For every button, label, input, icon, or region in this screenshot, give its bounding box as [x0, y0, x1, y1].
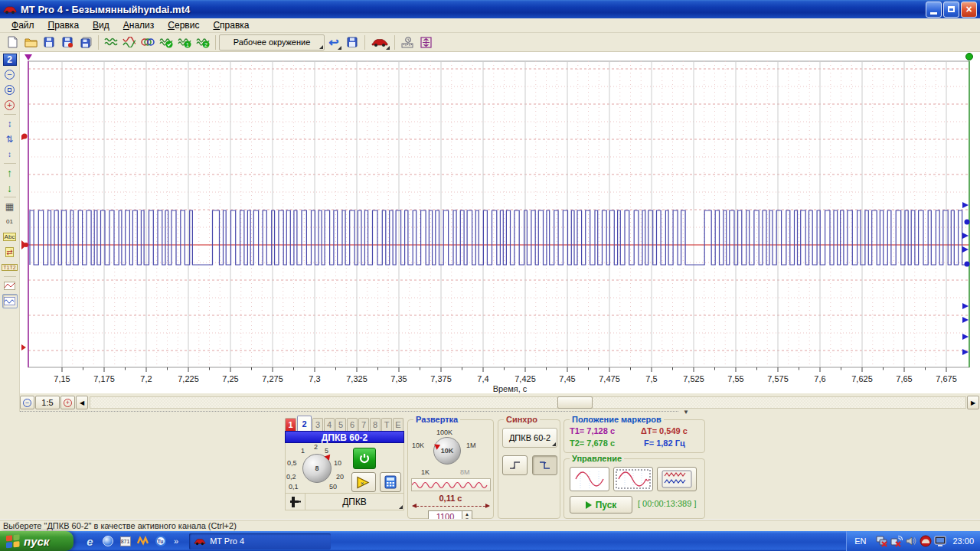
oscilloscope-plot[interactable]: 7,157,1757,27,2257,257,2757,37,3257,357,…	[20, 52, 980, 393]
save-screen-button[interactable]	[343, 34, 361, 51]
channel-tab-4[interactable]: 4	[324, 418, 335, 431]
swap-vertical-button[interactable]: ⇅	[2, 132, 18, 146]
open-file-button[interactable]	[21, 34, 40, 51]
wave-2-button[interactable]: 2	[194, 34, 212, 51]
single-capture-button[interactable]	[570, 467, 609, 491]
fit-vertical-button[interactable]	[416, 34, 435, 51]
hzoom-in-button[interactable]: +	[60, 396, 75, 409]
new-file-button[interactable]	[3, 34, 21, 51]
workspace-combo[interactable]: Рабочее окружение	[219, 34, 325, 51]
task-button-mtpro[interactable]: MT Pro 4	[189, 533, 331, 549]
svg-text:7,55: 7,55	[727, 374, 743, 383]
menu-item-1[interactable]: Правка	[41, 18, 87, 32]
save-as-button[interactable]	[58, 34, 77, 51]
scroll-left-button[interactable]: ◀	[76, 396, 88, 409]
binary-view-button[interactable]: 01	[2, 214, 18, 229]
channel-tab-8[interactable]: 8	[370, 418, 381, 431]
channel-tab-1[interactable]: 1	[285, 418, 296, 431]
show-all-signals-button[interactable]	[102, 34, 120, 51]
quicklaunch-ie-icon[interactable]: e	[83, 534, 97, 549]
wireless-offline-icon[interactable]	[890, 535, 903, 547]
hzoom-out-button[interactable]: −	[20, 396, 34, 409]
undo-button[interactable]: ↩	[325, 34, 343, 51]
expand-vertical-button[interactable]: ↕	[2, 116, 18, 131]
sweep-knob[interactable]: 10K	[433, 437, 461, 465]
channel-tab-T[interactable]: T	[381, 418, 392, 431]
restore-button[interactable]	[943, 2, 959, 18]
channel-power-button[interactable]	[353, 448, 376, 469]
channel-tab-6[interactable]: 6	[347, 418, 358, 431]
wave-1-button[interactable]: 1	[175, 34, 194, 51]
display-icon[interactable]	[934, 535, 946, 547]
left-tool-strip: 2 − + ↕ ⇅ ↕ ↑ ↓ ▦ 01 Abc ⇄ T1T2	[0, 52, 20, 412]
overlay-signals-button[interactable]	[120, 34, 139, 51]
t1t2-button[interactable]: T1T2	[2, 260, 18, 275]
marker-adjust-button[interactable]: ⇄	[2, 245, 18, 259]
sync-rising-edge-button[interactable]	[502, 455, 528, 475]
continuous-capture-button[interactable]	[613, 467, 653, 491]
language-indicator[interactable]: EN	[854, 536, 866, 546]
labels-button[interactable]: Abc	[2, 230, 18, 244]
minimize-icon	[930, 12, 937, 15]
measure-button[interactable]	[398, 34, 416, 51]
channel-tab-E[interactable]: E	[393, 418, 403, 431]
knob-scale-label: 8M	[460, 468, 470, 476]
scroll-thumb[interactable]	[557, 396, 593, 409]
channel-tab-5[interactable]: 5	[335, 418, 346, 431]
save-all-button[interactable]	[77, 34, 95, 51]
scroll-right-button[interactable]: ▶	[967, 396, 979, 409]
quicklaunch-calendar-icon[interactable]: 871	[118, 534, 132, 549]
splitter-collapse-icon[interactable]: ▼	[683, 409, 689, 416]
separator	[4, 276, 16, 277]
mtpro-tray-icon[interactable]	[920, 535, 932, 547]
zoom-out-button[interactable]: −	[2, 67, 18, 82]
system-tray: EN 23:00	[846, 531, 980, 551]
single-sine-icon	[574, 470, 605, 488]
channel-run-button[interactable]: ×	[351, 472, 376, 492]
t1t2-icon: T1T2	[2, 264, 17, 271]
volume-icon[interactable]	[905, 535, 917, 547]
zoom-in-button[interactable]: +	[2, 98, 18, 112]
sync-source-combo[interactable]: ДПКВ 60-2	[502, 428, 557, 448]
channel-tab-2[interactable]: 2	[297, 416, 312, 431]
quicklaunch-messenger-icon[interactable]	[100, 534, 115, 549]
knob-scale-label: 50	[329, 483, 337, 491]
arrow-up-icon: ↑	[7, 167, 12, 179]
menu-item-4[interactable]: Сервис	[161, 18, 206, 32]
sync-falling-edge-button[interactable]	[532, 455, 557, 475]
quicklaunch-tu-icon[interactable]: Tu	[153, 534, 168, 549]
vehicle-database-button[interactable]	[368, 34, 391, 51]
knob-scale-label: 0,2	[286, 473, 296, 481]
menu-item-5[interactable]: Справка	[206, 18, 256, 32]
save-screen-icon	[347, 37, 358, 47]
scroll-track[interactable]	[90, 396, 966, 409]
menu-item-3[interactable]: Анализ	[116, 18, 162, 32]
grid-button[interactable]: ▦	[2, 199, 18, 214]
linked-view-button[interactable]	[139, 34, 157, 51]
move-down-button[interactable]: ↓	[2, 181, 18, 195]
svg-text:7,675: 7,675	[936, 374, 957, 383]
channel-tab-7[interactable]: 7	[358, 418, 369, 431]
menu-item-0[interactable]: Файл	[5, 18, 41, 32]
svg-text:1: 1	[186, 42, 189, 47]
move-up-button[interactable]: ↑	[2, 165, 18, 180]
minimize-button[interactable]	[926, 2, 942, 18]
channel-calc-button[interactable]	[380, 472, 401, 492]
close-button[interactable]: ×	[961, 2, 977, 18]
calculator-icon	[384, 475, 397, 489]
network-offline-icon[interactable]	[876, 535, 888, 547]
recorder-mode-button[interactable]	[657, 467, 697, 491]
start-menu-button[interactable]: пуск	[0, 531, 74, 551]
analog-view-button[interactable]	[2, 279, 18, 293]
zoom-window-button[interactable]	[2, 83, 18, 97]
digital-view-button[interactable]	[2, 294, 18, 308]
menu-item-2[interactable]: Вид	[86, 18, 116, 32]
quicklaunch-overflow-chevron[interactable]: »	[174, 536, 178, 546]
quicklaunch-mtpro-icon[interactable]	[136, 534, 150, 549]
compress-vertical-button[interactable]: ↕	[2, 147, 18, 161]
wave-check-button[interactable]	[157, 34, 175, 51]
save-button[interactable]	[40, 34, 58, 51]
start-button[interactable]: Пуск	[570, 496, 632, 514]
probe-type-combo[interactable]: ДПКВ	[305, 494, 403, 510]
channel-tab-3[interactable]: 3	[312, 418, 323, 431]
